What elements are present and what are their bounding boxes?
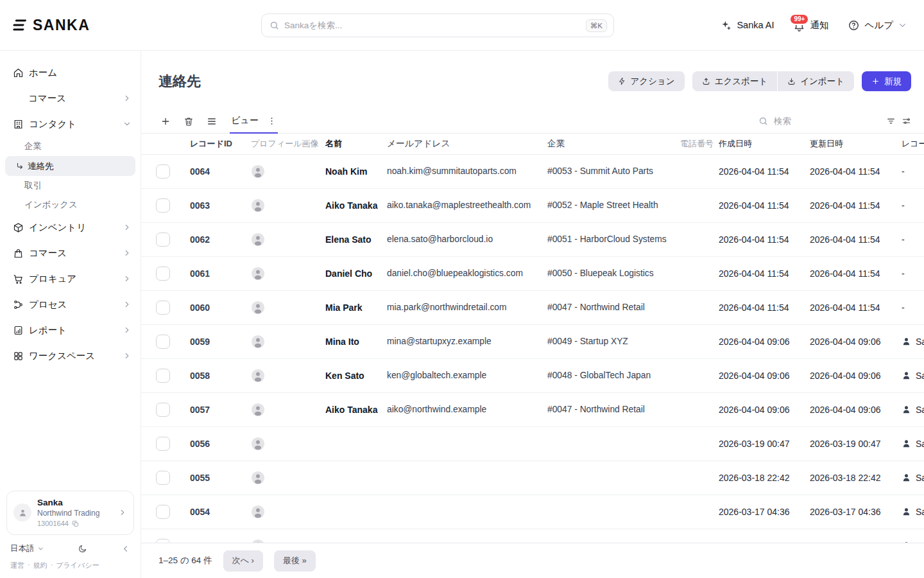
sidebar-item-process[interactable]: プロセス — [0, 292, 141, 317]
column-header[interactable]: レコー — [902, 134, 924, 154]
column-header[interactable]: レコードID — [190, 134, 251, 154]
sidebar-item-reports[interactable]: レポート — [0, 317, 141, 343]
sidebar-item-commerce[interactable]: コマース — [0, 240, 141, 266]
column-header[interactable]: 企業 — [547, 134, 680, 154]
table-row[interactable]: 00542026-03-17 04:362026-03-17 04:36Sa — [141, 495, 924, 529]
name-cell — [325, 495, 387, 529]
person-icon — [902, 507, 911, 516]
global-search[interactable]: ⌘K — [261, 13, 614, 37]
table-row[interactable]: 0062Elena Satoelena.sato@harborcloud.io#… — [141, 222, 924, 256]
column-settings-icon[interactable] — [902, 116, 911, 126]
table-row[interactable]: 0058Ken Satoken@globaltech.example#0048 … — [141, 358, 924, 392]
dark-mode-toggle[interactable] — [78, 544, 87, 554]
sanka-logo[interactable]: SANKA — [10, 17, 90, 34]
nav-label: レポート — [29, 324, 67, 337]
row-checkbox[interactable] — [156, 403, 170, 417]
table-row[interactable]: 0060Mia Parkmia.park@northwindretail.com… — [141, 290, 924, 324]
table-row[interactable]: 0059Mina Itomina@startupxyz.example#0049… — [141, 324, 924, 358]
email-cell: elena.sato@harborcloud.io — [387, 222, 547, 256]
sidebar-item-inbox[interactable]: インボックス — [0, 195, 141, 215]
column-header[interactable]: プロフィール画像 — [251, 134, 325, 154]
link-terms[interactable]: 規約 — [33, 561, 47, 570]
name-cell — [325, 426, 387, 460]
table-row[interactable]: 0063Aiko Tanakaaiko.tanaka@maplestreethe… — [141, 188, 924, 222]
chevron-down-icon — [898, 21, 907, 30]
created-at-cell: 2026-04-04 11:54 — [719, 222, 810, 256]
row-checkbox[interactable] — [156, 198, 170, 213]
owner-cell: Sa — [902, 392, 924, 426]
row-checkbox[interactable] — [156, 335, 170, 349]
owner-cell: - — [902, 222, 924, 256]
building-icon — [13, 119, 24, 130]
row-checkbox[interactable] — [156, 301, 170, 315]
table-row[interactable]: 0057Aiko Tanakaaiko@northwind.example#00… — [141, 392, 924, 426]
sidebar-item-workspace[interactable]: ワークスペース — [0, 343, 141, 369]
created-at-cell: 2026-04-04 11:54 — [719, 256, 810, 290]
link-company[interactable]: 運営 — [10, 561, 24, 570]
row-checkbox[interactable] — [156, 232, 170, 247]
kebab-menu-icon[interactable] — [267, 116, 277, 126]
owner-cell: Sa — [902, 358, 924, 392]
column-header[interactable]: メールアドレス — [387, 134, 547, 154]
sidebar-item-contacts-section[interactable]: コンタクト — [0, 111, 141, 137]
table-row[interactable]: 0064Noah Kimnoah.kim@summitautoparts.com… — [141, 154, 924, 188]
copy-icon[interactable] — [72, 520, 79, 527]
actions-button[interactable]: アクション — [608, 71, 685, 91]
sanka-ai-button[interactable]: Sanka AI — [720, 19, 774, 31]
new-record-button[interactable]: 新規 — [862, 71, 911, 91]
table-row[interactable]: 00532026-03-12 02:382026-03-12 02:38Sa — [141, 529, 924, 543]
tab-view[interactable]: ビュー — [230, 109, 278, 134]
row-checkbox[interactable] — [156, 437, 170, 451]
records-table-container: レコードIDプロフィール画像名前メールアドレス企業電話番号作成日時更新日時レコー… — [141, 134, 924, 543]
grid-icon — [13, 351, 24, 362]
sidebar-item-contacts[interactable]: 連絡先 — [5, 156, 135, 176]
row-checkbox[interactable] — [156, 267, 170, 281]
delete-button[interactable] — [184, 116, 194, 127]
table-row[interactable]: 0061Daniel Chodaniel.cho@bluepeaklogisti… — [141, 256, 924, 290]
updated-at-cell: 2026-04-04 11:54 — [810, 154, 902, 188]
add-view-button[interactable] — [160, 116, 171, 127]
table-row[interactable]: 00562026-03-19 00:472026-03-19 00:47Sa — [141, 426, 924, 460]
help-menu[interactable]: ヘルプ — [848, 19, 907, 31]
record-id-cell: 0063 — [190, 188, 251, 222]
column-header[interactable]: 作成日時 — [719, 134, 810, 154]
table-search-input[interactable] — [774, 116, 880, 126]
account-switcher[interactable]: Sanka Northwind Trading 13001644 — [6, 491, 134, 535]
export-button[interactable]: エクスポート — [692, 71, 778, 91]
table-row[interactable]: 00552026-03-18 22:422026-03-18 22:42Sa — [141, 460, 924, 495]
created-at-cell: 2026-04-04 09:06 — [719, 358, 810, 392]
row-checkbox[interactable] — [156, 505, 170, 519]
column-header[interactable]: 電話番号 — [680, 134, 719, 154]
last-page-button[interactable]: 最後 » — [274, 550, 316, 572]
owner-cell: Sa — [902, 495, 924, 529]
name-cell: Aiko Tanaka — [325, 188, 387, 222]
nav-label: ホーム — [29, 67, 57, 79]
filter-icon[interactable] — [886, 116, 896, 126]
language-selector[interactable]: 日本語 — [10, 543, 44, 554]
global-search-input[interactable] — [284, 21, 581, 30]
sidebar-item-deals[interactable]: 取引 — [0, 176, 141, 195]
column-header[interactable]: 更新日時 — [810, 134, 902, 154]
sidebar-item-procure[interactable]: プロキュア — [0, 266, 141, 292]
table-search[interactable] — [758, 116, 911, 126]
company-cell: #0048 - GlobalTech Japan — [547, 358, 680, 392]
row-checkbox[interactable] — [156, 471, 170, 485]
sidebar-collapse-button[interactable] — [121, 544, 130, 554]
company-cell — [547, 426, 680, 460]
sidebar-bottom-controls: 日本語 — [10, 543, 130, 554]
row-checkbox[interactable] — [156, 164, 170, 179]
import-button[interactable]: インポート — [778, 71, 854, 91]
page-title: 連絡先 — [158, 72, 201, 91]
notifications-button[interactable]: 99+ 通知 — [793, 19, 828, 31]
sidebar-item-home[interactable]: ホーム — [0, 60, 141, 85]
row-checkbox[interactable] — [156, 369, 170, 383]
sidebar-item-inventory[interactable]: インベントリ — [0, 215, 141, 240]
sidebar-item-commerce-link[interactable]: コマース — [0, 85, 141, 111]
chevron-right-icon — [123, 274, 132, 283]
link-privacy[interactable]: プライバシー — [56, 561, 99, 570]
column-header[interactable]: 名前 — [325, 134, 387, 154]
next-page-button[interactable]: 次へ › — [223, 550, 263, 572]
list-view-button[interactable] — [207, 116, 217, 127]
sidebar-item-companies[interactable]: 企業 — [0, 137, 141, 156]
person-icon — [902, 371, 911, 380]
